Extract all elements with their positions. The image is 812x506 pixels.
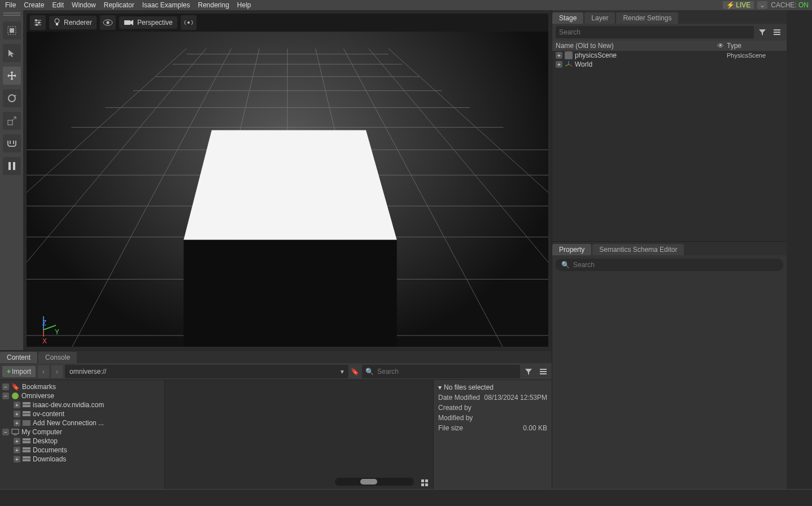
menu-create[interactable]: Create bbox=[20, 1, 48, 9]
expand-icon[interactable]: + bbox=[556, 52, 562, 59]
content-thumbnails[interactable] bbox=[165, 380, 433, 489]
expand-icon[interactable]: + bbox=[14, 456, 20, 463]
stage-filter-icon[interactable] bbox=[756, 26, 769, 38]
grid-toggle-icon[interactable] bbox=[421, 479, 429, 487]
content-search-input[interactable] bbox=[377, 368, 517, 376]
menu-window[interactable]: Window bbox=[68, 1, 100, 9]
svg-point-17 bbox=[187, 21, 190, 24]
thumbnail-size-slider[interactable] bbox=[335, 478, 414, 486]
scale-tool[interactable] bbox=[3, 112, 21, 130]
tree-icon bbox=[11, 392, 19, 400]
tree-icon bbox=[23, 411, 30, 417]
expand-icon[interactable]: + bbox=[14, 420, 20, 426]
svg-line-34 bbox=[27, 49, 186, 347]
tab-layer[interactable]: Layer bbox=[584, 12, 615, 24]
path-input[interactable]: omniverse:// ▾ bbox=[65, 365, 348, 378]
detail-header[interactable]: ▾ No files selected bbox=[438, 383, 547, 391]
tree-item[interactable]: −My Computer bbox=[1, 428, 163, 437]
toolstrip bbox=[0, 10, 23, 350]
axis-x-label: X bbox=[42, 338, 47, 344]
property-tabs: Property Semantics Schema Editor bbox=[552, 242, 787, 255]
stage-type-col[interactable]: Type bbox=[727, 42, 783, 50]
tree-item[interactable]: −🔖Bookmarks bbox=[1, 382, 163, 391]
tree-item[interactable]: −Omniverse bbox=[1, 391, 163, 400]
move-tool[interactable] bbox=[3, 67, 21, 85]
stage-row[interactable]: +physicsScenePhysicsScene bbox=[552, 51, 787, 60]
tab-console[interactable]: Console bbox=[38, 352, 77, 363]
svg-line-38 bbox=[388, 49, 548, 347]
viewport[interactable]: Z Y X bbox=[27, 32, 548, 347]
cursor-tool[interactable] bbox=[3, 44, 21, 62]
left-column: Renderer Perspective bbox=[0, 10, 552, 489]
bulb-icon bbox=[54, 18, 60, 27]
snap-tool[interactable] bbox=[3, 134, 21, 152]
svg-rect-48 bbox=[23, 402, 30, 404]
import-button[interactable]: + Import bbox=[2, 366, 36, 377]
options-icon[interactable] bbox=[537, 365, 549, 378]
menu-help[interactable]: Help bbox=[233, 1, 255, 9]
stage-options-icon[interactable] bbox=[771, 26, 783, 38]
tree-item[interactable]: +ov-content bbox=[1, 409, 163, 418]
menu-file[interactable]: File bbox=[1, 1, 20, 9]
renderer-label: Renderer bbox=[64, 19, 92, 27]
tree-item[interactable]: +Documents bbox=[1, 446, 163, 455]
collapse-icon[interactable]: − bbox=[2, 429, 9, 435]
svg-rect-1 bbox=[10, 28, 14, 33]
live-button[interactable]: ⚡ LIVE bbox=[723, 1, 754, 9]
collapse-icon[interactable]: − bbox=[2, 383, 9, 390]
visibility-col-icon[interactable]: 👁 bbox=[714, 42, 727, 50]
tab-semantics[interactable]: Semantics Schema Editor bbox=[592, 244, 684, 255]
expand-icon[interactable]: + bbox=[14, 402, 20, 408]
collapse-icon[interactable]: − bbox=[2, 392, 9, 399]
svg-point-12 bbox=[55, 19, 59, 23]
date-modified-value: 08/13/2024 12:53PM bbox=[484, 394, 547, 402]
svg-marker-39 bbox=[184, 130, 397, 239]
svg-rect-3 bbox=[8, 120, 12, 125]
camera-dropdown[interactable]: Perspective bbox=[119, 16, 177, 29]
expand-icon[interactable]: + bbox=[14, 438, 20, 444]
broadcast-icon[interactable] bbox=[181, 15, 197, 30]
menu-replicator[interactable]: Replicator bbox=[100, 1, 138, 9]
svg-rect-60 bbox=[23, 459, 30, 461]
menu-rendering[interactable]: Rendering bbox=[194, 1, 233, 9]
expand-icon[interactable]: + bbox=[556, 61, 562, 68]
live-label: LIVE bbox=[736, 1, 750, 9]
live-dropdown[interactable]: ⌄ bbox=[757, 1, 767, 9]
property-search-input[interactable] bbox=[573, 261, 778, 269]
file-size-label: File size bbox=[438, 424, 463, 432]
menu-isaac-examples[interactable]: Isaac Examples bbox=[138, 1, 194, 9]
expand-icon[interactable]: + bbox=[14, 447, 20, 453]
stage-search-input[interactable] bbox=[559, 28, 750, 36]
menu-edit[interactable]: Edit bbox=[48, 1, 68, 9]
viewport-settings-icon[interactable] bbox=[30, 15, 46, 30]
pause-button[interactable] bbox=[3, 157, 21, 175]
rotate-tool[interactable] bbox=[3, 89, 21, 107]
svg-rect-58 bbox=[23, 450, 30, 452]
tree-item[interactable]: +Downloads bbox=[1, 455, 163, 464]
tab-content[interactable]: Content bbox=[0, 352, 37, 363]
bookmark-icon[interactable]: 🔖 bbox=[351, 368, 360, 376]
detail-header-label: No files selected bbox=[444, 383, 494, 391]
filter-icon[interactable] bbox=[522, 365, 535, 378]
stage-name-col[interactable]: Name (Old to New) bbox=[556, 42, 714, 50]
stage-search[interactable] bbox=[556, 26, 754, 38]
tree-item[interactable]: +Desktop bbox=[1, 437, 163, 446]
select-tool[interactable] bbox=[3, 21, 21, 40]
nav-forward[interactable]: › bbox=[51, 365, 63, 378]
tab-stage[interactable]: Stage bbox=[552, 12, 583, 24]
tree-item[interactable]: +Add New Connection ... bbox=[1, 418, 163, 428]
prim-name: physicsScene bbox=[575, 51, 724, 59]
nav-back[interactable]: ‹ bbox=[38, 365, 49, 378]
tab-render-settings[interactable]: Render Settings bbox=[616, 12, 678, 24]
tab-property[interactable]: Property bbox=[552, 244, 591, 255]
right-column: Stage Layer Render Settings Name (Old to… bbox=[552, 10, 787, 489]
renderer-dropdown[interactable]: Renderer bbox=[49, 16, 97, 29]
status-bar bbox=[0, 489, 812, 506]
expand-icon[interactable]: + bbox=[14, 411, 20, 417]
eye-icon[interactable] bbox=[100, 15, 116, 30]
property-search[interactable]: 🔍 bbox=[556, 259, 783, 271]
stage-row[interactable]: +World bbox=[552, 60, 787, 69]
content-search[interactable]: 🔍 bbox=[362, 365, 520, 378]
tree-item[interactable]: +isaac-dev.ov.nvidia.com bbox=[1, 400, 163, 409]
prim-name: World bbox=[575, 60, 724, 68]
